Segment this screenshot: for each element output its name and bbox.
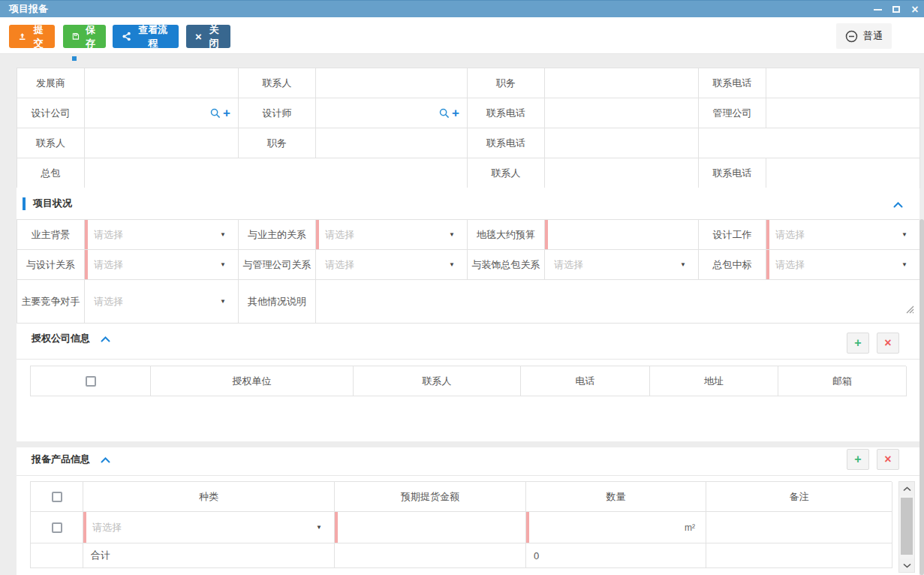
circled-minus-icon xyxy=(845,30,858,43)
project-filing-window: { "window": { "title": "项目报备" }, "toolba… xyxy=(0,0,924,575)
phone-input[interactable] xyxy=(766,68,920,98)
collapse-chevron-icon[interactable] xyxy=(893,199,903,210)
priority-button[interactable]: 普通 xyxy=(836,23,892,49)
decoration-gc-relation-select[interactable]: 请选择▼ xyxy=(545,250,699,280)
auth-col-phone: 电话 xyxy=(521,366,650,396)
section-bar-sliver xyxy=(72,56,77,61)
quantity-input[interactable]: m² xyxy=(526,512,706,543)
management-company-input[interactable] xyxy=(766,98,920,128)
auth-col-address: 地址 xyxy=(650,366,778,396)
auth-col-contact: 联系人 xyxy=(354,366,521,396)
contact-person-label: 联系人 xyxy=(239,68,316,98)
select-all-checkbox[interactable] xyxy=(52,492,62,502)
dropdown-arrow-icon: ▼ xyxy=(220,231,226,238)
scroll-up-icon[interactable] xyxy=(899,482,914,495)
other-notes-textarea[interactable] xyxy=(316,280,920,324)
owner-background-label: 业主背景 xyxy=(17,220,85,250)
design-relation-label: 与设计关系 xyxy=(17,250,85,280)
mgmt-phone-label: 联系电话 xyxy=(468,128,545,158)
scrollbar-thumb[interactable] xyxy=(901,498,913,555)
empty-cell xyxy=(699,128,920,158)
save-label: 保存 xyxy=(84,23,97,50)
position-input[interactable] xyxy=(545,68,699,98)
auth-add-row-button[interactable]: + xyxy=(847,333,869,354)
product-delete-row-button[interactable]: × xyxy=(877,449,899,470)
owner-background-select[interactable]: 请选择▼ xyxy=(85,220,239,250)
scroll-down-icon[interactable] xyxy=(899,558,914,572)
products-section-header: 报备产品信息 xyxy=(32,453,110,466)
gc-phone-input[interactable] xyxy=(766,158,920,188)
product-add-row-button[interactable]: + xyxy=(847,449,869,470)
products-panel: 报备产品信息 + × 种类 预期提货金额 数量 备注 请选择▼ xyxy=(17,447,919,575)
remark-input[interactable] xyxy=(706,512,892,543)
gc-bid-won-select[interactable]: 请选择▼ xyxy=(766,250,920,280)
window-titlebar: 项目报备 × xyxy=(0,0,924,17)
owner-relation-select[interactable]: 请选择▼ xyxy=(316,220,468,250)
search-icon[interactable] xyxy=(210,108,221,119)
resize-handle-icon[interactable] xyxy=(903,303,915,316)
dropdown-arrow-icon: ▼ xyxy=(901,231,907,238)
product-col-expected-amount: 预期提货金额 xyxy=(335,482,526,512)
close-label: 关闭 xyxy=(206,23,221,50)
gc-bid-won-label: 总包中标 xyxy=(699,250,766,280)
close-button[interactable]: × 关闭 xyxy=(186,25,230,48)
view-flow-button[interactable]: 查看流程 xyxy=(113,25,179,48)
dropdown-arrow-icon: ▼ xyxy=(316,524,322,531)
submit-button[interactable]: 提交 xyxy=(9,25,55,48)
contact-person-input[interactable] xyxy=(316,68,468,98)
products-table: 种类 预期提货金额 数量 备注 请选择▼ m² 合计 0 xyxy=(30,481,892,568)
collapse-chevron-icon[interactable] xyxy=(101,454,110,465)
main-competitors-select[interactable]: 请选择▼ xyxy=(85,280,239,324)
auth-header-checkbox-cell xyxy=(31,366,151,396)
decoration-gc-relation-label: 与装饰总包关系 xyxy=(468,250,545,280)
add-lookup-icon[interactable]: + xyxy=(452,107,459,119)
dropdown-arrow-icon: ▼ xyxy=(901,261,907,268)
total-label: 合计 xyxy=(83,543,335,568)
auth-companies-table: 授权单位 联系人 电话 地址 邮箱 xyxy=(30,366,906,396)
gc-contact-input[interactable] xyxy=(545,158,699,188)
designer-label: 设计师 xyxy=(239,98,316,128)
mgmt-position-input[interactable] xyxy=(316,128,468,158)
page-scrollbar[interactable] xyxy=(919,219,924,575)
submit-label: 提交 xyxy=(31,23,46,50)
other-notes-label: 其他情况说明 xyxy=(239,280,316,324)
products-table-scrollbar[interactable] xyxy=(898,481,915,573)
mgmt-company-relation-label: 与管理公司关系 xyxy=(239,250,316,280)
designer-phone-input[interactable] xyxy=(545,98,699,128)
total-quantity-value: 0 xyxy=(526,543,706,568)
design-work-select[interactable]: 请选择▼ xyxy=(766,220,920,250)
empty-cell xyxy=(31,543,83,568)
carpet-budget-input[interactable] xyxy=(545,220,699,250)
minimize-icon[interactable] xyxy=(871,4,883,16)
dropdown-arrow-icon: ▼ xyxy=(449,231,455,238)
auth-section-title: 授权公司信息 xyxy=(32,332,90,345)
save-button[interactable]: 保存 xyxy=(63,25,106,48)
maximize-icon[interactable] xyxy=(890,4,902,16)
auth-delete-row-button[interactable]: × xyxy=(877,333,899,354)
mgmt-phone-input[interactable] xyxy=(545,128,699,158)
design-company-input[interactable]: + xyxy=(85,98,239,128)
product-row-checkbox-cell xyxy=(31,512,83,543)
row-checkbox[interactable] xyxy=(52,522,62,533)
select-all-checkbox[interactable] xyxy=(86,376,96,387)
window-close-icon[interactable]: × xyxy=(909,4,921,16)
search-icon[interactable] xyxy=(439,108,450,119)
divider xyxy=(17,475,919,476)
add-lookup-icon[interactable]: + xyxy=(223,107,230,119)
auth-col-unit: 授权单位 xyxy=(151,366,354,396)
collapse-chevron-icon[interactable] xyxy=(101,333,110,345)
product-category-select[interactable]: 请选择▼ xyxy=(83,512,335,543)
developer-label: 发展商 xyxy=(17,68,85,98)
carpet-budget-label: 地毯大约预算 xyxy=(468,220,545,250)
developer-input[interactable] xyxy=(85,68,239,98)
dropdown-arrow-icon: ▼ xyxy=(220,298,226,305)
mgmt-contact-input[interactable] xyxy=(85,128,239,158)
design-relation-select[interactable]: 请选择▼ xyxy=(85,250,239,280)
gc-phone-label: 联系电话 xyxy=(699,158,766,188)
view-flow-label: 查看流程 xyxy=(137,23,170,50)
expected-amount-input[interactable] xyxy=(335,512,526,543)
designer-input[interactable]: + xyxy=(316,98,468,128)
general-contractor-input[interactable] xyxy=(85,158,468,188)
mgmt-company-relation-select[interactable]: 请选择▼ xyxy=(316,250,468,280)
owner-relation-label: 与业主的关系 xyxy=(239,220,316,250)
